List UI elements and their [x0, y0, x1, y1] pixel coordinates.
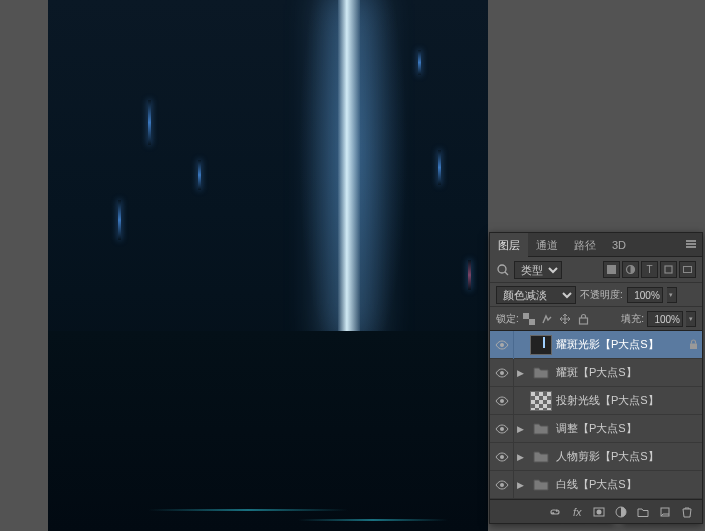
- new-group-icon[interactable]: [634, 503, 652, 521]
- tab-channels[interactable]: 通道: [528, 233, 566, 257]
- visibility-toggle[interactable]: [490, 387, 514, 415]
- svg-rect-3: [665, 266, 672, 273]
- expand-toggle[interactable]: ▶: [514, 452, 526, 462]
- floor-line: [298, 519, 448, 521]
- visibility-toggle[interactable]: [490, 331, 514, 359]
- filter-type-icon[interactable]: T: [641, 261, 658, 278]
- opacity-value[interactable]: 100%: [627, 287, 663, 303]
- layer-row[interactable]: 耀斑光影【P大点S】: [490, 331, 702, 359]
- layer-filter-row: 类型 T: [490, 257, 702, 283]
- fill-label: 填充:: [621, 312, 644, 326]
- lock-icon: [689, 339, 698, 350]
- layer-name: 投射光线【P大点S】: [556, 393, 659, 408]
- layer-thumbnail[interactable]: [530, 335, 552, 355]
- floor: [48, 331, 488, 531]
- search-icon[interactable]: [496, 263, 510, 277]
- layer-row[interactable]: ▶ 耀斑【P大点S】: [490, 359, 702, 387]
- visibility-toggle[interactable]: [490, 471, 514, 499]
- layer-name: 人物剪影【P大点S】: [556, 449, 659, 464]
- layers-panel-footer: fx: [490, 499, 702, 523]
- tab-layers[interactable]: 图层: [490, 233, 528, 257]
- opacity-label: 不透明度:: [580, 288, 623, 302]
- folder-icon: [530, 419, 552, 439]
- blend-mode-row: 颜色减淡 不透明度: 100% ▾: [490, 283, 702, 307]
- link-layers-icon[interactable]: [546, 503, 564, 521]
- lock-label: 锁定:: [496, 312, 519, 326]
- svg-point-12: [500, 427, 504, 431]
- light-streak: [198, 160, 201, 190]
- panel-menu-icon[interactable]: [684, 237, 698, 251]
- lock-position-icon[interactable]: [558, 311, 573, 326]
- layer-thumbnail[interactable]: [530, 391, 552, 411]
- svg-text:fx: fx: [573, 506, 582, 518]
- svg-rect-7: [579, 318, 587, 324]
- layer-mask-icon[interactable]: [590, 503, 608, 521]
- svg-point-11: [500, 399, 504, 403]
- filter-pixel-icon[interactable]: [603, 261, 620, 278]
- layer-name: 耀斑【P大点S】: [556, 365, 637, 380]
- folder-icon: [530, 447, 552, 467]
- panel-tab-bar: 图层 通道 路径 3D: [490, 233, 702, 257]
- svg-point-10: [500, 371, 504, 375]
- folder-icon: [530, 475, 552, 495]
- svg-rect-9: [690, 344, 697, 350]
- adjustment-layer-icon[interactable]: [612, 503, 630, 521]
- svg-point-13: [500, 455, 504, 459]
- canvas[interactable]: [48, 0, 488, 531]
- blend-mode-select[interactable]: 颜色减淡: [496, 286, 576, 304]
- svg-point-14: [500, 483, 504, 487]
- svg-point-8: [500, 343, 504, 347]
- light-streak: [468, 260, 471, 290]
- layer-row[interactable]: ▶ 白线【P大点S】: [490, 471, 702, 499]
- svg-rect-1: [607, 265, 616, 274]
- svg-point-0: [498, 265, 506, 273]
- visibility-toggle[interactable]: [490, 443, 514, 471]
- fill-value[interactable]: 100%: [647, 311, 683, 327]
- light-streak: [118, 200, 121, 240]
- expand-toggle[interactable]: ▶: [514, 368, 526, 378]
- light-slit: [338, 0, 360, 340]
- svg-rect-6: [529, 319, 535, 325]
- new-layer-icon[interactable]: [656, 503, 674, 521]
- svg-rect-5: [523, 313, 529, 319]
- delete-layer-icon[interactable]: [678, 503, 696, 521]
- svg-point-17: [597, 509, 602, 514]
- lock-row: 锁定: 填充: 100% ▾: [490, 307, 702, 331]
- layer-row[interactable]: ▶ 人物剪影【P大点S】: [490, 443, 702, 471]
- light-streak: [148, 100, 151, 145]
- folder-icon: [530, 363, 552, 383]
- visibility-toggle[interactable]: [490, 359, 514, 387]
- filter-kind-select[interactable]: 类型: [514, 261, 562, 279]
- layer-row[interactable]: 投射光线【P大点S】: [490, 387, 702, 415]
- light-streak: [438, 150, 441, 185]
- filter-adjust-icon[interactable]: [622, 261, 639, 278]
- tab-3d[interactable]: 3D: [604, 233, 634, 257]
- lock-transparency-icon[interactable]: [522, 311, 537, 326]
- filter-shape-icon[interactable]: [660, 261, 677, 278]
- expand-toggle[interactable]: ▶: [514, 480, 526, 490]
- filter-smart-icon[interactable]: [679, 261, 696, 278]
- tab-paths[interactable]: 路径: [566, 233, 604, 257]
- layer-style-icon[interactable]: fx: [568, 503, 586, 521]
- layer-name: 白线【P大点S】: [556, 477, 637, 492]
- fill-stepper[interactable]: ▾: [686, 311, 696, 327]
- layer-list: 耀斑光影【P大点S】 ▶ 耀斑【P大点S】 投射光线【P大点S】: [490, 331, 702, 499]
- visibility-toggle[interactable]: [490, 415, 514, 443]
- svg-rect-4: [684, 267, 692, 273]
- lock-all-icon[interactable]: [576, 311, 591, 326]
- expand-toggle[interactable]: ▶: [514, 424, 526, 434]
- layer-name: 调整【P大点S】: [556, 421, 637, 436]
- lock-pixels-icon[interactable]: [540, 311, 555, 326]
- layer-name: 耀斑光影【P大点S】: [556, 337, 659, 352]
- layers-panel: 图层 通道 路径 3D 类型 T: [489, 232, 703, 524]
- light-streak: [418, 50, 421, 75]
- opacity-stepper[interactable]: ▾: [667, 287, 677, 303]
- layer-row[interactable]: ▶ 调整【P大点S】: [490, 415, 702, 443]
- floor-line: [148, 509, 348, 511]
